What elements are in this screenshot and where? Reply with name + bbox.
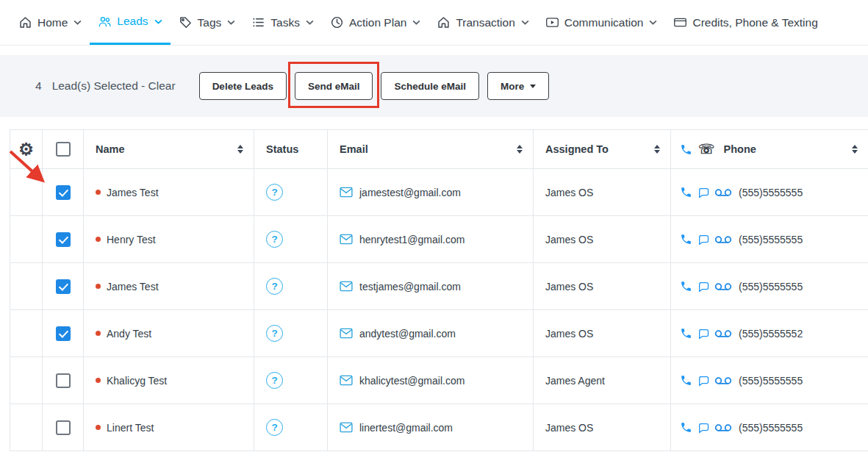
nav-item-leads[interactable]: Leads bbox=[90, 0, 170, 45]
sort-icon[interactable] bbox=[852, 145, 858, 154]
row-checkbox[interactable] bbox=[56, 420, 71, 435]
lead-name-cell[interactable]: Khalicyg Test bbox=[84, 357, 254, 404]
text-message-icon[interactable] bbox=[697, 186, 710, 199]
nav-item-label: Home bbox=[37, 16, 68, 29]
lead-name-cell[interactable]: James Test bbox=[84, 263, 254, 310]
nav-item-home[interactable]: Home bbox=[10, 0, 90, 45]
top-navigation: Home Leads Tags Tasks Action Plan Transa… bbox=[0, 0, 868, 46]
nav-item-credits-phone-texting[interactable]: Credits, Phone & Texting bbox=[665, 0, 825, 45]
row-checkbox[interactable] bbox=[56, 326, 71, 341]
call-icon[interactable] bbox=[680, 327, 692, 340]
header-phone: ☏ Phone bbox=[671, 130, 868, 169]
chevron-down-icon bbox=[649, 20, 657, 25]
status-question-icon[interactable]: ? bbox=[266, 231, 283, 248]
chevron-down-icon bbox=[227, 20, 235, 25]
lead-phone-number: (555)5555552 bbox=[739, 328, 803, 340]
status-question-icon[interactable]: ? bbox=[266, 184, 283, 201]
email-icon[interactable] bbox=[340, 375, 353, 386]
call-icon[interactable] bbox=[680, 374, 692, 387]
sort-icon[interactable] bbox=[237, 145, 243, 154]
email-icon[interactable] bbox=[340, 187, 353, 198]
status-question-icon[interactable]: ? bbox=[266, 419, 283, 436]
select-all-checkbox[interactable] bbox=[56, 142, 71, 157]
lead-email[interactable]: jamestest@gmail.com bbox=[359, 187, 461, 198]
lead-name-cell[interactable]: James Test bbox=[84, 169, 254, 216]
lead-phone-cell: (555)5555555 bbox=[671, 169, 868, 216]
row-gear-cell bbox=[10, 357, 43, 404]
more-dropdown-button[interactable]: More bbox=[487, 72, 549, 100]
nav-item-action-plan[interactable]: Action Plan bbox=[322, 0, 428, 45]
row-checkbox[interactable] bbox=[56, 185, 71, 200]
sort-icon[interactable] bbox=[654, 145, 660, 154]
lead-email[interactable]: khalicytest@gmail.com bbox=[359, 375, 465, 387]
row-checkbox[interactable] bbox=[56, 232, 71, 247]
lead-name[interactable]: Henry Test bbox=[107, 234, 156, 245]
call-icon[interactable] bbox=[680, 280, 692, 293]
nav-item-communication[interactable]: Communication bbox=[537, 0, 666, 45]
text-message-icon[interactable] bbox=[697, 233, 710, 246]
lead-email[interactable]: henrytest1@gmail.com bbox=[359, 234, 465, 245]
lead-email-cell: testjames@gmail.com bbox=[328, 263, 534, 310]
email-icon[interactable] bbox=[340, 281, 353, 292]
delete-leads-button[interactable]: Delete Leads bbox=[199, 72, 287, 100]
nav-item-tags[interactable]: Tags bbox=[171, 0, 244, 45]
lead-email[interactable]: linertest@gmail.com bbox=[359, 422, 453, 434]
header-gear-cell: ⚙ bbox=[10, 130, 43, 169]
lead-phone-number: (555)5555555 bbox=[739, 375, 803, 387]
voicemail-icon[interactable] bbox=[714, 187, 732, 198]
text-message-icon[interactable] bbox=[697, 327, 710, 340]
voicemail-icon[interactable] bbox=[714, 422, 732, 434]
row-checkbox[interactable] bbox=[56, 373, 71, 388]
lead-name[interactable]: James Test bbox=[107, 281, 159, 293]
sort-icon[interactable] bbox=[517, 145, 523, 154]
lead-name[interactable]: Andy Test bbox=[107, 328, 151, 340]
row-checkbox[interactable] bbox=[56, 279, 71, 294]
lead-email[interactable]: andytest@gmail.com bbox=[359, 328, 456, 340]
call-icon[interactable] bbox=[680, 186, 692, 198]
lead-assigned-cell: James Agent bbox=[534, 357, 671, 404]
text-message-icon[interactable] bbox=[697, 280, 710, 293]
lead-email-cell: andytest@gmail.com bbox=[328, 310, 534, 357]
voicemail-icon[interactable] bbox=[714, 234, 732, 245]
lead-name-cell[interactable]: Henry Test bbox=[84, 216, 254, 263]
status-question-icon[interactable]: ? bbox=[266, 325, 283, 342]
lead-phone-number: (555)5555555 bbox=[739, 187, 803, 198]
chevron-down-icon bbox=[306, 20, 314, 25]
lead-phone-number: (555)5555555 bbox=[739, 234, 803, 245]
table-row: James Test ? testjames@gmail.com James O… bbox=[10, 263, 868, 310]
voicemail-icon[interactable] bbox=[714, 281, 732, 293]
status-question-icon[interactable]: ? bbox=[266, 278, 283, 295]
lead-name[interactable]: Linert Test bbox=[107, 422, 154, 434]
email-icon[interactable] bbox=[340, 328, 353, 339]
status-dot-icon bbox=[96, 237, 101, 242]
tasks-list-icon bbox=[251, 15, 265, 29]
video-play-icon bbox=[545, 15, 559, 29]
selection-action-bar: 4 Lead(s) Selected - Clear Delete Leads … bbox=[0, 55, 868, 117]
lead-name-cell[interactable]: Linert Test bbox=[84, 404, 254, 451]
call-icon[interactable] bbox=[680, 421, 692, 434]
nav-item-tasks[interactable]: Tasks bbox=[243, 0, 322, 45]
gear-icon[interactable]: ⚙ bbox=[18, 141, 34, 158]
call-icon[interactable] bbox=[680, 233, 692, 245]
text-message-icon[interactable] bbox=[697, 374, 710, 387]
status-question-icon[interactable]: ? bbox=[266, 372, 283, 389]
lead-name-cell[interactable]: Andy Test bbox=[84, 310, 254, 357]
lead-phone-cell: (555)5555555 bbox=[671, 216, 868, 263]
voicemail-icon[interactable] bbox=[714, 328, 732, 340]
table-row: Henry Test ? henrytest1@gmail.com James … bbox=[10, 216, 868, 263]
header-checkbox-cell bbox=[43, 130, 84, 169]
text-message-icon[interactable] bbox=[697, 421, 710, 434]
nav-item-transaction[interactable]: Transaction bbox=[428, 0, 537, 45]
email-icon[interactable] bbox=[340, 422, 353, 433]
schedule-email-button[interactable]: Schedule eMail bbox=[381, 72, 479, 100]
voicemail-icon[interactable] bbox=[714, 375, 732, 387]
lead-email[interactable]: testjames@gmail.com bbox=[359, 281, 461, 293]
selection-summary: 4 Lead(s) Selected - Clear bbox=[35, 79, 176, 93]
selected-clear-link[interactable]: Lead(s) Selected - Clear bbox=[52, 79, 176, 93]
row-gear-cell bbox=[10, 404, 43, 451]
lead-name[interactable]: Khalicyg Test bbox=[107, 375, 167, 387]
send-email-button[interactable]: Send eMail bbox=[295, 72, 373, 100]
caret-down-icon bbox=[530, 85, 536, 88]
lead-name[interactable]: James Test bbox=[107, 187, 159, 198]
email-icon[interactable] bbox=[340, 234, 353, 245]
